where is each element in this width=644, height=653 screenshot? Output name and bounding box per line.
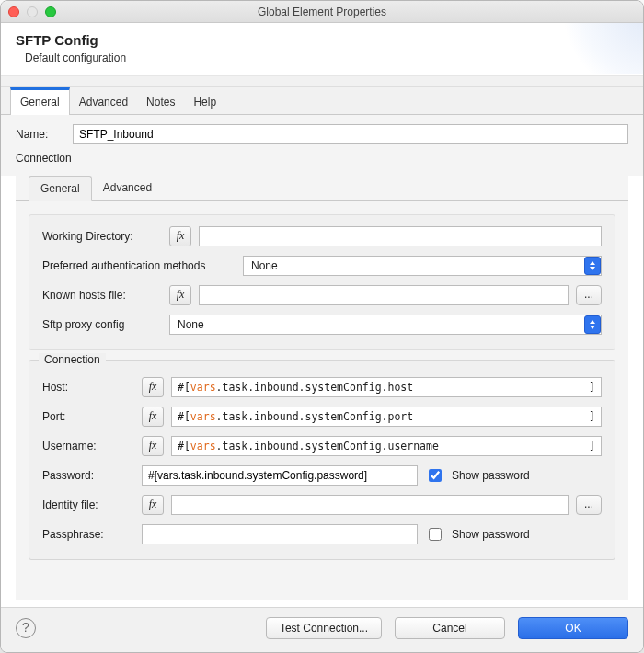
passphrase-input[interactable] bbox=[142, 524, 418, 544]
fx-icon[interactable]: fx bbox=[142, 495, 164, 515]
tab-advanced[interactable]: Advanced bbox=[70, 87, 137, 114]
fx-icon[interactable]: fx bbox=[142, 377, 164, 397]
form-top: Name: Connection bbox=[1, 115, 643, 176]
test-connection-button[interactable]: Test Connection... bbox=[266, 617, 382, 639]
window-title: Global Element Properties bbox=[1, 6, 643, 18]
known-hosts-input[interactable] bbox=[199, 285, 569, 305]
username-input[interactable]: #[ vars.task.inbound.systemConfig.userna… bbox=[171, 436, 602, 456]
proxy-config-select[interactable]: None bbox=[169, 315, 602, 335]
window-controls bbox=[8, 6, 56, 17]
dialog-footer: ? Test Connection... Cancel OK bbox=[1, 607, 643, 652]
browse-button[interactable]: ... bbox=[576, 495, 602, 515]
connection-section-label: Connection bbox=[16, 152, 628, 165]
identity-file-label: Identity file: bbox=[42, 498, 134, 511]
dialog-header: SFTP Config Default configuration bbox=[1, 23, 643, 76]
main-tabs: General Advanced Notes Help bbox=[1, 87, 643, 115]
dialog-window: Global Element Properties SFTP Config De… bbox=[0, 0, 644, 653]
password-input[interactable] bbox=[142, 465, 418, 486]
host-input[interactable]: #[ vars.task.inbound.systemConfig.host] bbox=[171, 377, 602, 397]
host-label: Host: bbox=[42, 381, 134, 394]
inner-tabs: General Advanced bbox=[16, 176, 628, 201]
known-hosts-label: Known hosts file: bbox=[42, 289, 162, 302]
show-password-label: Show password bbox=[452, 469, 530, 482]
tab-help[interactable]: Help bbox=[184, 87, 225, 114]
titlebar: Global Element Properties bbox=[1, 1, 643, 23]
identity-file-input[interactable] bbox=[171, 495, 569, 515]
cancel-button[interactable]: Cancel bbox=[395, 617, 505, 639]
show-password-checkbox[interactable] bbox=[429, 469, 442, 482]
inner-tab-general[interactable]: General bbox=[29, 176, 92, 201]
fx-icon[interactable]: fx bbox=[142, 436, 164, 456]
ok-button[interactable]: OK bbox=[518, 617, 628, 639]
general-settings-group: Working Directory: fx Preferred authenti… bbox=[29, 214, 615, 350]
username-label: Username: bbox=[42, 440, 134, 453]
tab-general[interactable]: General bbox=[10, 87, 70, 115]
zoom-icon[interactable] bbox=[45, 6, 56, 17]
browse-button[interactable]: ... bbox=[576, 285, 602, 305]
connection-panel: General Advanced Working Directory: fx P… bbox=[16, 176, 628, 600]
connection-legend: Connection bbox=[39, 353, 106, 366]
auth-methods-select[interactable]: None bbox=[243, 256, 602, 276]
passphrase-label: Passphrase: bbox=[42, 528, 134, 541]
show-passphrase-label: Show password bbox=[452, 528, 530, 541]
port-label: Port: bbox=[42, 410, 134, 423]
name-label: Name: bbox=[16, 128, 65, 141]
password-label: Password: bbox=[42, 469, 134, 482]
auth-methods-value: None bbox=[251, 259, 278, 272]
show-passphrase-checkbox[interactable] bbox=[429, 528, 442, 541]
page-subtitle: Default configuration bbox=[25, 52, 628, 64]
page-title: SFTP Config bbox=[16, 32, 628, 48]
connection-fieldset: Connection Host: fx #[ vars.task.inbound… bbox=[29, 360, 615, 560]
main-area: General Advanced Notes Help Name: Connec… bbox=[1, 87, 643, 607]
tab-notes[interactable]: Notes bbox=[137, 87, 184, 114]
inner-tab-advanced[interactable]: Advanced bbox=[92, 176, 163, 200]
proxy-config-value: None bbox=[178, 318, 204, 331]
header-divider bbox=[1, 76, 643, 87]
working-directory-input[interactable] bbox=[199, 226, 602, 246]
minimize-icon[interactable] bbox=[27, 6, 38, 17]
working-directory-label: Working Directory: bbox=[42, 230, 162, 243]
port-input[interactable]: #[ vars.task.inbound.systemConfig.port] bbox=[171, 407, 602, 427]
close-icon[interactable] bbox=[8, 6, 19, 17]
inner-body: Working Directory: fx Preferred authenti… bbox=[16, 201, 628, 600]
auth-methods-label: Preferred authentication methods bbox=[42, 259, 236, 272]
fx-icon[interactable]: fx bbox=[169, 226, 191, 246]
proxy-config-label: Sftp proxy config bbox=[42, 318, 162, 331]
chevron-updown-icon bbox=[584, 315, 601, 334]
name-input[interactable] bbox=[73, 124, 628, 144]
fx-icon[interactable]: fx bbox=[169, 285, 191, 305]
fx-icon[interactable]: fx bbox=[142, 407, 164, 427]
help-icon[interactable]: ? bbox=[16, 618, 36, 638]
chevron-updown-icon bbox=[584, 257, 601, 275]
